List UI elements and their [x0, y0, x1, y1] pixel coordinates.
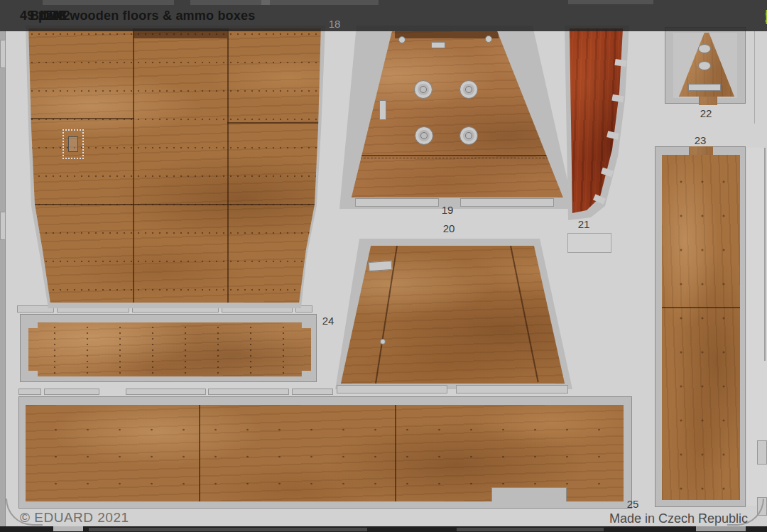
slot-cutout — [431, 42, 445, 48]
part22-foot-tab — [699, 97, 717, 105]
oval-hole — [698, 61, 711, 70]
fret-left-notch — [0, 212, 6, 240]
oval-hole — [698, 44, 711, 53]
made-in-text: Made in Czech Republic — [609, 511, 748, 526]
slot-cutout — [688, 84, 721, 91]
band-ghost-tab — [190, 0, 270, 5]
fret-bridge-tab — [126, 389, 206, 395]
hatch-detail — [62, 129, 84, 159]
fret-bridge-tab — [208, 389, 289, 395]
part20-wood-panel — [339, 246, 567, 384]
plank-seam — [510, 246, 539, 383]
part23-label: 23 — [690, 135, 710, 146]
fret-bridge-tab — [18, 389, 41, 395]
product-part-suffix: part2 — [38, 9, 70, 23]
fret-bridge-tab — [292, 389, 333, 395]
fitting-grommet — [415, 126, 433, 145]
part19-foot — [355, 198, 439, 207]
fret-right-line — [754, 31, 755, 124]
rivet-dots — [28, 322, 311, 376]
part20-foot — [456, 385, 568, 393]
bottom-strip-tab — [696, 526, 746, 531]
stitch-row — [357, 158, 562, 158]
fitting-grommet — [414, 80, 433, 99]
pe-sheet-photo: 18 19 20 21 22 — [0, 0, 767, 532]
plank-seam — [357, 155, 562, 156]
fret-bridge-tab — [44, 389, 99, 395]
fitting-center — [420, 132, 428, 139]
rivet-dots — [662, 155, 740, 500]
fret-right-line — [764, 148, 766, 361]
bottom-strip-tab — [53, 526, 83, 531]
part25-label: 25 — [624, 499, 642, 510]
part24-wood-panel — [28, 322, 311, 376]
corner-hole — [485, 36, 492, 43]
fret-left-notch — [0, 40, 6, 68]
band-ghost-tab — [261, 0, 379, 5]
part23-wood-panel — [662, 155, 740, 500]
slot-cutout — [369, 261, 393, 271]
slot-cutout — [379, 100, 386, 120]
part20-foot — [337, 385, 447, 393]
hatch-inner — [68, 136, 78, 152]
fitting-grommet — [459, 126, 478, 145]
fret-left-edge — [0, 31, 6, 526]
fret-right-tab — [757, 440, 767, 465]
fitting-grommet — [459, 80, 478, 99]
small-hole — [380, 339, 386, 344]
fitting-center — [465, 86, 472, 93]
part18-label: 18 — [325, 18, 344, 30]
part21-slot-outline — [567, 233, 611, 253]
part24-label: 24 — [318, 315, 338, 327]
part21-label: 21 — [574, 219, 594, 230]
fitting-center — [465, 132, 472, 139]
corner-hole — [398, 36, 406, 43]
copyright-text: © EDUARD 2021 — [20, 510, 129, 526]
fitting-center — [420, 86, 427, 93]
band-ghost-tab — [568, 0, 653, 4]
part20-label: 20 — [439, 223, 459, 234]
part19-foot — [460, 198, 554, 207]
rivet-dots — [26, 28, 324, 303]
bottom-strip-tab — [457, 528, 604, 531]
part25-bottom-notch — [491, 487, 567, 501]
logo-mates-text: mates — [764, 0, 767, 31]
bottom-strip-tab — [89, 528, 367, 531]
part22-label: 22 — [696, 108, 716, 119]
part18-wood-panel — [26, 28, 324, 303]
part19-label: 19 — [436, 205, 459, 216]
header-band: 49 1201B-17F wooden floors & ammo boxes1… — [0, 0, 767, 31]
band-ghost-tab — [43, 0, 174, 5]
